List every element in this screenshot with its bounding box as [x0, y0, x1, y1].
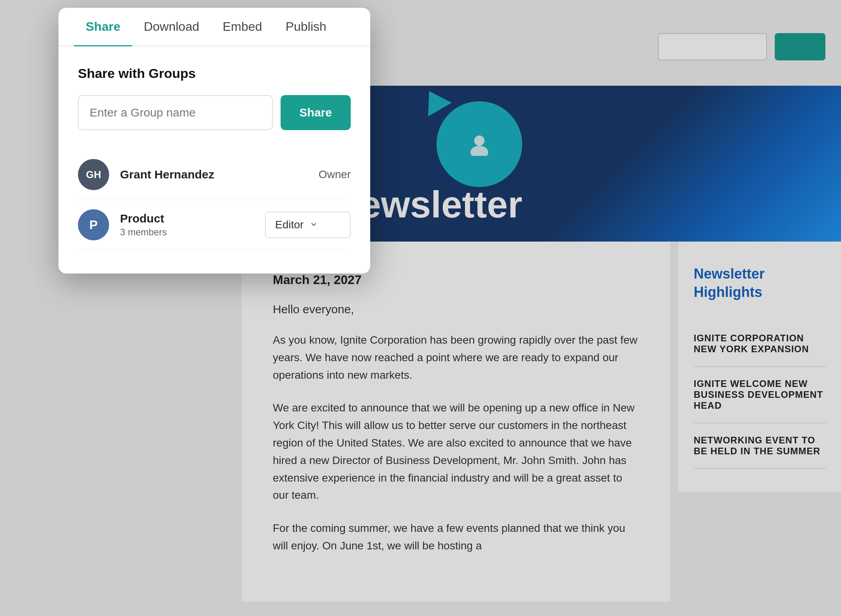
- group-name-input[interactable]: [78, 95, 273, 130]
- member-name-gh: Grant Hernandez: [120, 168, 319, 181]
- member-role-gh: Owner: [319, 168, 351, 181]
- chevron-down-icon: [310, 219, 318, 231]
- tab-publish[interactable]: Publish: [274, 8, 338, 46]
- member-avatar-product: P: [78, 209, 109, 240]
- tab-share[interactable]: Share: [74, 8, 132, 46]
- member-initials-gh: GH: [86, 169, 101, 181]
- modal-tabs: Share Download Embed Publish: [58, 8, 370, 46]
- role-dropdown-product[interactable]: Editor: [265, 212, 351, 238]
- member-name-product: Product: [120, 212, 265, 225]
- tab-download[interactable]: Download: [132, 8, 211, 46]
- tab-embed[interactable]: Embed: [211, 8, 274, 46]
- member-initials-product: P: [89, 218, 97, 232]
- share-modal: Share Download Embed Publish Share with …: [58, 8, 370, 274]
- member-avatar-gh: GH: [78, 159, 109, 190]
- modal-body: Share with Groups Share GH Grant Hernand…: [58, 46, 370, 274]
- role-dropdown-label: Editor: [275, 219, 304, 231]
- member-sub-product: 3 members: [120, 227, 265, 238]
- member-row-grant: GH Grant Hernandez Owner: [78, 150, 351, 200]
- member-row-product: P Product 3 members Editor: [78, 200, 351, 250]
- member-info-gh: Grant Hernandez: [120, 168, 319, 181]
- share-button[interactable]: Share: [281, 95, 351, 130]
- search-row: Share: [78, 95, 351, 130]
- member-info-product: Product 3 members: [120, 212, 265, 238]
- section-title: Share with Groups: [78, 66, 351, 81]
